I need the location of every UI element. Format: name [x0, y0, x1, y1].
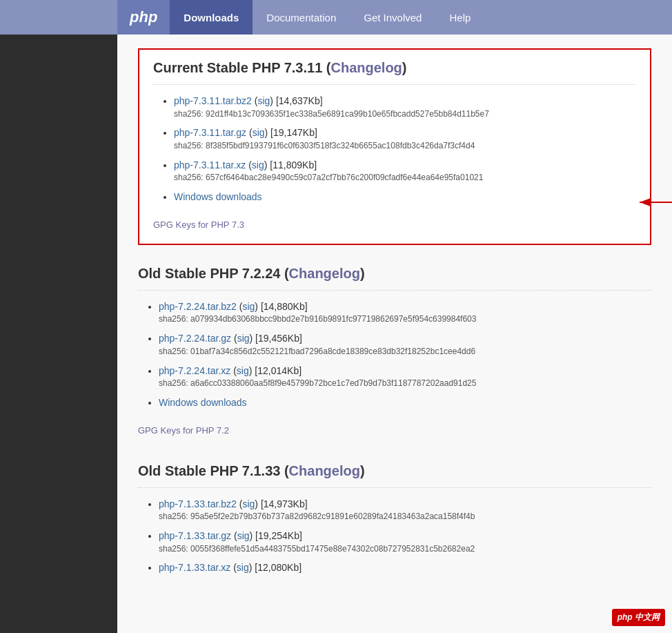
- sha-line: sha256: a079934db63068bbcc9bbd2e7b916b98…: [159, 313, 651, 325]
- sha-line: sha256: 95a5e5f2e2b79b376b737a82d9682c91…: [159, 511, 651, 523]
- file-link-gz-73[interactable]: php-7.3.11.tar.gz: [174, 127, 246, 138]
- file-size: [14,637Kb]: [276, 95, 323, 106]
- windows-downloads-link-73[interactable]: Windows downloads: [174, 191, 262, 202]
- sha-line: sha256: 0055f368ffefe51d5a4483755bd17475…: [159, 543, 651, 555]
- sha-line: sha256: 92d1ff4b13c7093635f1ec338a5e6891…: [174, 108, 636, 120]
- section-title-72: Old Stable PHP 7.2.24 (Changelog): [138, 266, 651, 282]
- list-item: php-7.3.11.tar.bz2 (sig) [14,637Kb] sha2…: [174, 95, 636, 119]
- sha-line: sha256: 8f385f5bdf9193791f6c0f6303f518f3…: [174, 140, 636, 152]
- sig-link-gz-73[interactable]: sig: [253, 127, 265, 138]
- divider: [138, 290, 651, 291]
- divider: [138, 487, 651, 488]
- php-badge: php 中文网: [612, 609, 665, 626]
- sig-link-xz-71[interactable]: sig: [237, 562, 249, 573]
- sig-link-gz-72[interactable]: sig: [237, 333, 250, 344]
- left-sidebar: [0, 35, 117, 633]
- file-link-bz2-72[interactable]: php-7.2.24.tar.bz2: [159, 301, 237, 312]
- download-list-71: php-7.1.33.tar.bz2 (sig) [14,973Kb] sha2…: [138, 498, 651, 575]
- file-size: [11,809Kb]: [270, 159, 317, 171]
- nav-documentation[interactable]: Documentation: [253, 0, 350, 35]
- windows-downloads-link-72[interactable]: Windows downloads: [159, 397, 247, 408]
- list-item: php-7.2.24.tar.gz (sig) [19,456Kb] sha25…: [159, 332, 651, 357]
- file-size: [12,080Kb]: [255, 562, 302, 573]
- changelog-link-73[interactable]: Changelog: [331, 60, 402, 75]
- section-current-php: Current Stable PHP 7.3.11 (Changelog) ph…: [138, 48, 651, 245]
- sig-link-xz-72[interactable]: sig: [237, 365, 249, 376]
- list-item: php-7.1.33.tar.xz (sig) [12,080Kb]: [159, 561, 651, 575]
- changelog-link-71[interactable]: Changelog: [289, 463, 360, 478]
- nav-logo[interactable]: php: [117, 0, 170, 35]
- section-title-71: Old Stable PHP 7.1.33 (Changelog): [138, 463, 651, 479]
- list-item: php-7.1.33.tar.gz (sig) [19,254Kb] sha25…: [159, 529, 651, 554]
- file-link-bz2-73[interactable]: php-7.3.11.tar.bz2: [174, 95, 252, 106]
- download-list-72: php-7.2.24.tar.bz2 (sig) [14,880Kb] sha2…: [138, 300, 651, 410]
- section-title-current: Current Stable PHP 7.3.11 (Changelog): [153, 60, 636, 76]
- sig-link-bz2-71[interactable]: sig: [242, 498, 255, 509]
- page-wrapper: Current Stable PHP 7.3.11 (Changelog) ph…: [0, 35, 672, 633]
- nav-get-involved[interactable]: Get Involved: [350, 0, 435, 35]
- file-link-gz-72[interactable]: php-7.2.24.tar.gz: [159, 333, 231, 344]
- sig-link-bz2-73[interactable]: sig: [257, 95, 270, 106]
- file-size: [12,014Kb]: [255, 365, 302, 376]
- sha-line: sha256: a6a6cc03388060aa5f8f9e45799b72bc…: [159, 378, 651, 389]
- changelog-link-72[interactable]: Changelog: [289, 266, 360, 281]
- list-item: php-7.3.11.tar.xz (sig) [11,809Kb] sha25…: [174, 159, 636, 184]
- gpg-link-73[interactable]: GPG Keys for PHP 7.3: [153, 220, 244, 230]
- file-size: [19,254Kb]: [255, 530, 302, 541]
- list-item-windows: Windows downloads: [174, 191, 636, 204]
- file-link-xz-72[interactable]: php-7.2.24.tar.xz: [159, 365, 230, 376]
- list-item: php-7.2.24.tar.xz (sig) [12,014Kb] sha25…: [159, 364, 651, 389]
- nav-downloads[interactable]: Downloads: [170, 0, 253, 35]
- annotation-arrow: [636, 192, 672, 213]
- php-badge-label: php 中文网: [617, 612, 660, 622]
- file-link-gz-71[interactable]: php-7.1.33.tar.gz: [159, 530, 231, 541]
- divider: [153, 84, 636, 85]
- file-link-bz2-71[interactable]: php-7.1.33.tar.bz2: [159, 498, 237, 509]
- list-item: php-7.2.24.tar.bz2 (sig) [14,880Kb] sha2…: [159, 300, 651, 325]
- list-item: php-7.3.11.tar.gz (sig) [19,147Kb] sha25…: [174, 126, 636, 151]
- sig-link-xz-73[interactable]: sig: [252, 159, 264, 171]
- file-link-xz-73[interactable]: php-7.3.11.tar.xz: [174, 159, 246, 171]
- file-size: [14,880Kb]: [261, 301, 308, 312]
- list-item-windows: Windows downloads: [159, 396, 651, 410]
- sha-line: sha256: 657cf6464bac28e9490c59c07a2cf7bb…: [174, 172, 636, 184]
- section-old-php72: Old Stable PHP 7.2.24 (Changelog) php-7.…: [138, 266, 651, 442]
- sig-link-bz2-72[interactable]: sig: [242, 301, 255, 312]
- sig-link-gz-71[interactable]: sig: [237, 530, 250, 541]
- nav-help[interactable]: Help: [435, 0, 484, 35]
- list-item: php-7.1.33.tar.bz2 (sig) [14,973Kb] sha2…: [159, 498, 651, 523]
- file-size: [19,147Kb]: [270, 127, 317, 138]
- main-nav: php Downloads Documentation Get Involved…: [0, 0, 672, 35]
- download-list-73: php-7.3.11.tar.bz2 (sig) [14,637Kb] sha2…: [153, 95, 636, 204]
- section-old-php71: Old Stable PHP 7.1.33 (Changelog) php-7.…: [138, 463, 651, 589]
- file-size: [19,456Kb]: [255, 333, 302, 344]
- sha-line: sha256: 01baf7a34c856d2c552121fbad7296a8…: [159, 346, 651, 358]
- file-link-xz-71[interactable]: php-7.1.33.tar.xz: [159, 562, 230, 573]
- gpg-link-72[interactable]: GPG Keys for PHP 7.2: [138, 425, 229, 436]
- main-content: Current Stable PHP 7.3.11 (Changelog) ph…: [117, 35, 672, 633]
- file-size: [14,973Kb]: [261, 498, 308, 509]
